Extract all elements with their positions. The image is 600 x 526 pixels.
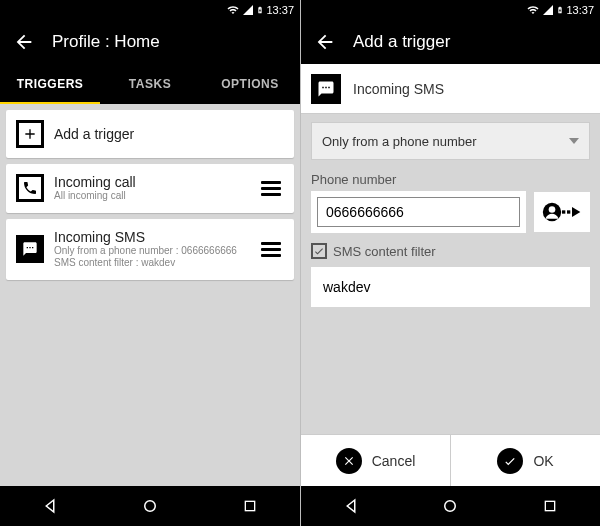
- ok-button[interactable]: OK: [450, 435, 600, 486]
- item-texts: Incoming SMS Only from a phone number : …: [54, 229, 248, 270]
- phone-left: 13:37 Profile : Home TRIGGERS TASKS OPTI…: [0, 0, 300, 526]
- item-sub: All incoming call: [54, 190, 248, 203]
- add-trigger-label: Add a trigger: [54, 126, 284, 142]
- nav-back[interactable]: [321, 486, 381, 526]
- tab-label: TASKS: [129, 77, 171, 91]
- nav-recent[interactable]: [220, 486, 280, 526]
- phone-right: 13:37 Add a trigger Incoming SMS Only fr…: [300, 0, 600, 526]
- tab-label: TRIGGERS: [17, 77, 84, 91]
- nav-home[interactable]: [120, 486, 180, 526]
- phone-input-row: [311, 191, 590, 233]
- item-label: Incoming SMS: [54, 229, 248, 245]
- nav-home[interactable]: [420, 486, 480, 526]
- svg-point-3: [549, 206, 556, 213]
- toolbar: Add a trigger: [301, 20, 600, 64]
- sms-filter-field-wrap: [311, 267, 590, 307]
- cancel-icon: [336, 448, 362, 474]
- button-bar: Cancel OK: [301, 434, 600, 486]
- svg-rect-7: [545, 501, 554, 510]
- dropdown-icon: [569, 138, 579, 144]
- status-time: 13:37: [266, 4, 294, 16]
- drag-handle[interactable]: [258, 181, 284, 196]
- cancel-button[interactable]: Cancel: [301, 435, 450, 486]
- navbar: [0, 486, 300, 526]
- item-label: Incoming call: [54, 174, 248, 190]
- contact-export-icon: [542, 200, 582, 224]
- item-texts: Incoming call All incoming call: [54, 174, 248, 203]
- signal-icon: [242, 4, 254, 16]
- status-bar: 13:37: [301, 0, 600, 20]
- svg-rect-4: [562, 210, 565, 213]
- arrow-back-icon: [13, 31, 35, 53]
- cancel-label: Cancel: [372, 453, 416, 469]
- sms-filter-label: SMS content filter: [333, 244, 436, 259]
- nav-back[interactable]: [20, 486, 80, 526]
- trigger-item-incoming-sms[interactable]: Incoming SMS Only from a phone number : …: [6, 219, 294, 280]
- filter-mode-spinner[interactable]: Only from a phone number: [311, 122, 590, 160]
- content: Only from a phone number Phone number: [301, 114, 600, 315]
- toolbar-title: Profile : Home: [52, 32, 160, 52]
- sms-filter-checkbox[interactable]: SMS content filter: [311, 243, 590, 259]
- tab-options[interactable]: OPTIONS: [200, 64, 300, 104]
- spinner-selected: Only from a phone number: [322, 134, 477, 149]
- drag-handle[interactable]: [258, 242, 284, 257]
- signal-icon: [542, 4, 554, 16]
- status-bar: 13:37: [0, 0, 300, 20]
- toolbar-title: Add a trigger: [353, 32, 450, 52]
- sms-filter-input[interactable]: [315, 271, 586, 303]
- phone-icon: [16, 174, 44, 202]
- ok-icon: [497, 448, 523, 474]
- trigger-item-incoming-call[interactable]: Incoming call All incoming call: [6, 164, 294, 213]
- back-button[interactable]: [309, 26, 341, 58]
- battery-icon: [256, 3, 264, 17]
- checkbox-icon: [311, 243, 327, 259]
- wifi-icon: [226, 4, 240, 16]
- svg-point-0: [145, 501, 156, 512]
- toolbar: Profile : Home: [0, 20, 300, 64]
- pick-contact-button[interactable]: [534, 192, 590, 232]
- phone-input[interactable]: [317, 197, 520, 227]
- arrow-back-icon: [314, 31, 336, 53]
- svg-rect-5: [567, 210, 570, 213]
- status-time: 13:37: [566, 4, 594, 16]
- content-pane: Incoming SMS Only from a phone number Ph…: [301, 64, 600, 486]
- ok-label: OK: [533, 453, 553, 469]
- header-label: Incoming SMS: [353, 81, 444, 97]
- tabs: TRIGGERS TASKS OPTIONS: [0, 64, 300, 104]
- add-trigger-texts: Add a trigger: [54, 126, 284, 142]
- tab-label: OPTIONS: [221, 77, 279, 91]
- trigger-header: Incoming SMS: [301, 64, 600, 114]
- svg-point-6: [445, 501, 456, 512]
- wifi-icon: [526, 4, 540, 16]
- add-icon: [16, 120, 44, 148]
- tab-triggers[interactable]: TRIGGERS: [0, 64, 100, 104]
- phone-number-label: Phone number: [311, 172, 590, 187]
- navbar: [301, 486, 600, 526]
- nav-recent[interactable]: [520, 486, 580, 526]
- add-trigger-card[interactable]: Add a trigger: [6, 110, 294, 158]
- battery-icon: [556, 3, 564, 17]
- svg-rect-1: [245, 501, 254, 510]
- tab-tasks[interactable]: TASKS: [100, 64, 200, 104]
- list-area: Add a trigger Incoming call All incoming…: [0, 104, 300, 486]
- back-button[interactable]: [8, 26, 40, 58]
- sms-icon: [311, 74, 341, 104]
- phone-field-wrap: [311, 191, 526, 233]
- item-sub: Only from a phone number : 0666666666 SM…: [54, 245, 248, 270]
- sms-icon: [16, 235, 44, 263]
